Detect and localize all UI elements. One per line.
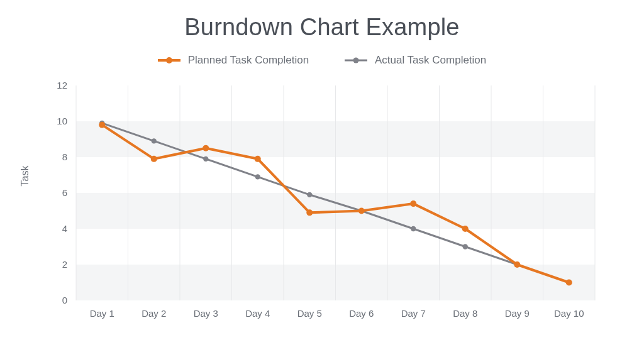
series-point-planned [566, 280, 572, 286]
x-tick-label: Day 4 [245, 308, 270, 319]
x-tick-label: Day 9 [505, 308, 530, 319]
y-tick-label: 8 [62, 151, 67, 162]
series-point-planned [358, 208, 365, 214]
series-point-planned [462, 226, 469, 232]
legend-label-actual: Actual Task Completion [375, 54, 486, 67]
series-point-actual [203, 156, 208, 162]
y-axis-label: Task [19, 166, 31, 187]
y-tick-label: 4 [62, 223, 67, 234]
x-tick-label: Day 6 [349, 308, 374, 319]
series-point-actual [307, 192, 312, 197]
chart-area: 024681012Day 1Day 2Day 3Day 4Day 5Day 6D… [42, 79, 608, 331]
series-point-planned [99, 122, 105, 128]
x-tick-label: Day 3 [194, 308, 218, 319]
x-tick-label: Day 7 [401, 308, 426, 319]
y-tick-label: 2 [62, 259, 67, 270]
chart-title: Burndown Chart Example [0, 14, 644, 41]
series-point-planned [151, 156, 157, 162]
x-tick-label: Day 10 [554, 308, 584, 319]
y-tick-label: 12 [57, 80, 67, 90]
series-point-planned [410, 200, 416, 207]
legend-swatch-planned [158, 56, 180, 65]
series-point-actual [411, 226, 416, 231]
series-point-actual [152, 138, 157, 143]
y-tick-label: 6 [62, 187, 67, 198]
legend-item-actual: Actual Task Completion [345, 54, 486, 67]
x-tick-label: Day 2 [142, 308, 166, 319]
y-tick-label: 10 [57, 116, 67, 126]
x-tick-label: Day 1 [90, 308, 114, 319]
series-point-actual [463, 244, 468, 249]
y-tick-label: 0 [62, 295, 67, 305]
legend-swatch-actual [345, 56, 367, 65]
x-tick-label: Day 8 [453, 308, 477, 319]
page: Burndown Chart Example Planned Task Comp… [0, 0, 644, 362]
series-point-planned [514, 261, 520, 268]
series-point-planned [255, 156, 261, 162]
legend: Planned Task Completion Actual Task Comp… [0, 54, 644, 68]
x-tick-label: Day 5 [297, 308, 322, 319]
legend-label-planned: Planned Task Completion [188, 54, 309, 67]
series-point-planned [306, 209, 313, 216]
series-point-planned [203, 145, 209, 151]
series-point-actual [255, 174, 260, 179]
chart-svg: 024681012Day 1Day 2Day 3Day 4Day 5Day 6D… [42, 79, 608, 331]
legend-item-planned: Planned Task Completion [158, 54, 309, 67]
